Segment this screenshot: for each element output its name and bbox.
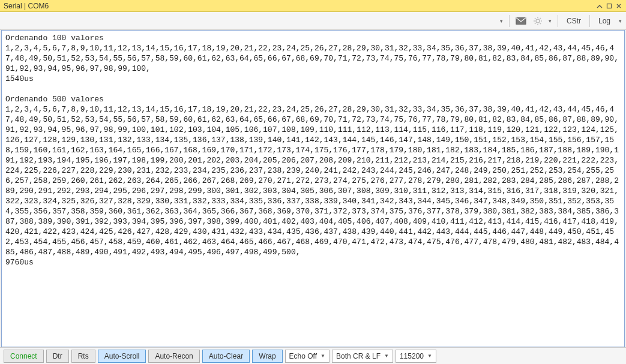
toolbar-separator xyxy=(558,15,558,27)
window-title: Serial | COM6 xyxy=(2,2,595,10)
toolbar-separator xyxy=(509,15,510,27)
titlebar: Serial | COM6 xyxy=(0,0,626,12)
top-toolbar: ▾ ▾ CStr Log ▾ xyxy=(0,12,626,30)
log-button[interactable]: Log xyxy=(594,14,615,28)
rts-button[interactable]: Rts xyxy=(71,350,95,363)
echo-dropdown[interactable]: Echo Off ▼ xyxy=(285,350,330,363)
minimize-button[interactable] xyxy=(595,1,604,11)
chevron-down-icon: ▼ xyxy=(321,353,325,359)
wrap-button[interactable]: Wrap xyxy=(252,350,282,363)
console-panel: Ordenando 100 valores 1,2,3,4,5,6,7,8,9,… xyxy=(1,30,625,347)
svg-line-9 xyxy=(540,18,541,19)
cstr-button[interactable]: CStr xyxy=(562,14,586,28)
auto-scroll-button[interactable]: Auto-Scroll xyxy=(98,350,146,363)
chevron-down-icon: ▼ xyxy=(427,353,432,359)
line-ending-dropdown[interactable]: Both CR & LF ▼ xyxy=(332,350,393,363)
echo-label: Echo Off xyxy=(289,352,317,360)
chevron-down-icon: ▼ xyxy=(384,353,389,359)
maximize-button[interactable] xyxy=(604,1,614,11)
svg-rect-0 xyxy=(607,4,612,8)
gear-icon[interactable] xyxy=(530,14,546,28)
svg-line-7 xyxy=(535,18,536,19)
console-output[interactable]: Ordenando 100 valores 1,2,3,4,5,6,7,8,9,… xyxy=(2,31,624,347)
toolbar-separator xyxy=(589,15,590,27)
statusbar: Connect Dtr Rts Auto-Scroll Auto-Recon A… xyxy=(0,347,626,364)
toolbar-dropdown[interactable]: ▾ xyxy=(498,14,505,28)
line-ending-label: Both CR & LF xyxy=(336,352,381,360)
svg-line-8 xyxy=(540,23,541,24)
svg-point-2 xyxy=(536,19,540,23)
auto-recon-button[interactable]: Auto-Recon xyxy=(148,350,199,363)
dtr-button[interactable]: Dtr xyxy=(46,350,69,363)
connect-button[interactable]: Connect xyxy=(4,350,44,363)
gear-dropdown-icon[interactable]: ▾ xyxy=(547,14,554,28)
baud-dropdown[interactable]: 115200 ▼ xyxy=(396,350,436,363)
auto-clear-button[interactable]: Auto-Clear xyxy=(202,350,250,363)
log-dropdown-icon[interactable]: ▾ xyxy=(616,14,624,28)
baud-value: 115200 xyxy=(400,352,424,360)
svg-line-10 xyxy=(535,23,536,24)
close-button[interactable] xyxy=(614,1,624,11)
envelope-icon[interactable] xyxy=(513,14,529,28)
